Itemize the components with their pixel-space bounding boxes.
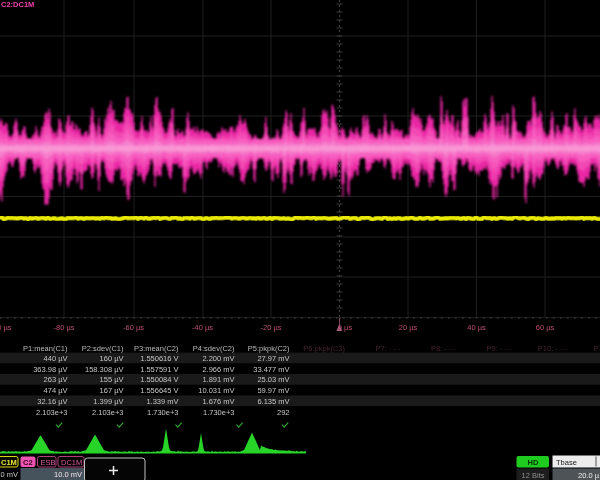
svg-text:12 Bits: 12 Bits — [522, 471, 545, 480]
svg-text:10.031 mV: 10.031 mV — [198, 386, 234, 395]
svg-text:59.97 mV: 59.97 mV — [257, 386, 289, 395]
svg-text:DC1M: DC1M — [61, 458, 82, 467]
svg-text:1.339 mV: 1.339 mV — [146, 397, 178, 406]
svg-text:0 mV: 0 mV — [1, 470, 19, 479]
svg-text:P1:mean(C1): P1:mean(C1) — [23, 344, 68, 353]
svg-text:2.103e+3: 2.103e+3 — [92, 408, 124, 417]
svg-text:20 µs: 20 µs — [399, 323, 418, 332]
svg-text:HD: HD — [528, 458, 539, 467]
svg-text:P9: - - -: P9: - - - — [486, 344, 512, 353]
svg-text:440 µV: 440 µV — [44, 354, 68, 363]
svg-text:P5:pkpk(C2): P5:pkpk(C2) — [248, 344, 290, 353]
svg-text:158.308 µV: 158.308 µV — [85, 365, 124, 374]
svg-text:20.0 µ: 20.0 µ — [578, 471, 600, 480]
svg-text:-20 µs: -20 µs — [261, 323, 282, 332]
svg-text:C2:DC1M: C2:DC1M — [1, 0, 34, 9]
svg-text:2.966 mV: 2.966 mV — [202, 365, 234, 374]
svg-text:60 µs: 60 µs — [536, 323, 555, 332]
svg-text:P2:sdev(C1): P2:sdev(C1) — [82, 344, 124, 353]
svg-text:P7: - - -: P7: - - - — [375, 344, 401, 353]
svg-text:1.550616 V: 1.550616 V — [140, 354, 178, 363]
svg-text:-80 µs: -80 µs — [54, 323, 75, 332]
svg-text:25.03 mV: 25.03 mV — [257, 375, 289, 384]
svg-text:1.550084 V: 1.550084 V — [140, 375, 178, 384]
svg-text:155 µV: 155 µV — [100, 375, 124, 384]
svg-text:474 µV: 474 µV — [44, 386, 68, 395]
svg-text:-40 µs: -40 µs — [192, 323, 213, 332]
svg-text:1.557591 V: 1.557591 V — [140, 365, 178, 374]
svg-text:263 µV: 263 µV — [44, 375, 68, 384]
svg-text:C2: C2 — [23, 458, 33, 467]
svg-text:ESB: ESB — [41, 458, 56, 467]
svg-text:C1M: C1M — [1, 458, 17, 467]
svg-text:P10: - - -: P10: - - - — [538, 344, 568, 353]
svg-text:1.676 mV: 1.676 mV — [202, 397, 234, 406]
svg-text:P4:sdev(C2): P4:sdev(C2) — [193, 344, 235, 353]
svg-text:1.730e+3: 1.730e+3 — [147, 408, 179, 417]
svg-text:1.891 mV: 1.891 mV — [202, 375, 234, 384]
svg-text:363.98 µV: 363.98 µV — [33, 365, 67, 374]
svg-text:33.477 mV: 33.477 mV — [253, 365, 289, 374]
svg-text:6.135 mV: 6.135 mV — [257, 397, 289, 406]
svg-text:0 µs: 0 µs — [338, 323, 353, 332]
svg-text:1.730e+3: 1.730e+3 — [203, 408, 235, 417]
svg-text:Tbase: Tbase — [556, 458, 577, 467]
svg-text:167 µV: 167 µV — [100, 386, 124, 395]
svg-text:-100 µs: -100 µs — [0, 323, 12, 332]
svg-text:40 µs: 40 µs — [467, 323, 486, 332]
svg-text:P3:mean(C2): P3:mean(C2) — [134, 344, 179, 353]
svg-text:-60 µs: -60 µs — [123, 323, 144, 332]
svg-text:2.200 mV: 2.200 mV — [202, 354, 234, 363]
svg-text:1.399 µV: 1.399 µV — [93, 397, 123, 406]
svg-text:10.0 mV: 10.0 mV — [54, 470, 82, 479]
svg-text:2.103e+3: 2.103e+3 — [36, 408, 68, 417]
svg-text:P6:pkpk(C3): P6:pkpk(C3) — [303, 344, 345, 353]
svg-text:160 µV: 160 µV — [100, 354, 124, 363]
svg-text:32.16 µV: 32.16 µV — [37, 397, 67, 406]
svg-text:P8: - - -: P8: - - - — [431, 344, 457, 353]
svg-text:27.97 mV: 27.97 mV — [257, 354, 289, 363]
svg-text:292: 292 — [277, 408, 290, 417]
svg-text:1.556645 V: 1.556645 V — [140, 386, 178, 395]
svg-text:P11: - - -: P11: - - - — [593, 344, 600, 353]
